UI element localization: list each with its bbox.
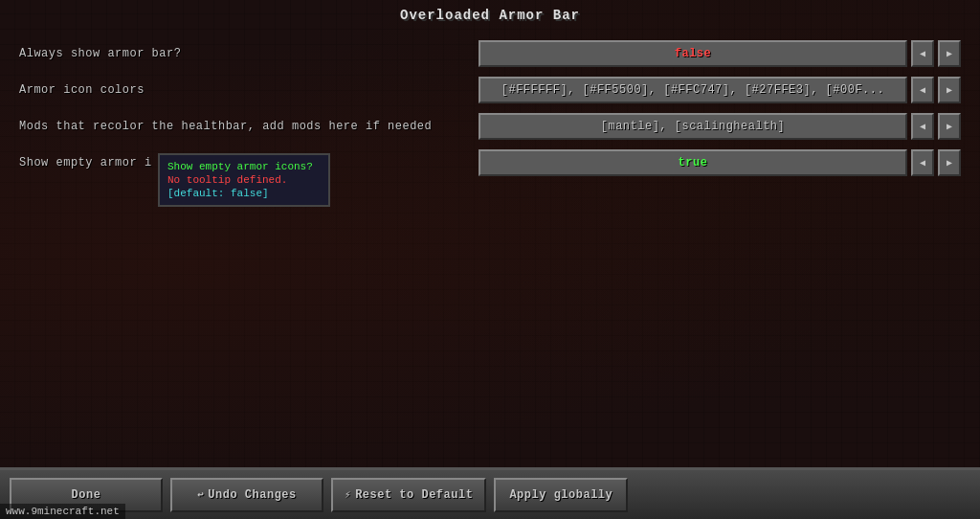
value-box-3: true	[479, 149, 907, 176]
arrow-right-3[interactable]: ▶	[938, 149, 961, 176]
tooltip-no-tooltip: No tooltip defined.	[167, 174, 321, 186]
value-wrapper-0: false ◀ ▶	[479, 40, 961, 67]
arrow-left-3[interactable]: ◀	[911, 149, 934, 176]
value-box-1: [#FFFFFF], [#FF5500], [#FFC747], [#27FFE…	[479, 77, 907, 103]
value-wrapper-2: [mantle], [scalinghealth] ◀ ▶	[479, 113, 961, 140]
value-box-2: [mantle], [scalinghealth]	[479, 113, 907, 140]
value-text-1: [#FFFFFF], [#FF5500], [#FFC747], [#27FFE…	[501, 83, 884, 97]
undo-label: Undo Changes	[208, 488, 296, 502]
value-box-0: false	[479, 40, 907, 67]
arrow-right-0[interactable]: ▶	[938, 40, 961, 67]
reset-button[interactable]: ⚡ Reset to Default	[331, 478, 486, 512]
window-title: Overloaded Armor Bar	[0, 0, 980, 29]
arrow-left-0[interactable]: ◀	[911, 40, 934, 67]
reset-icon: ⚡	[345, 488, 351, 501]
config-row-2: Mods that recolor the healthbar, add mod…	[19, 111, 961, 142]
apply-label: Apply globally	[509, 488, 612, 502]
undo-icon: ↩	[197, 488, 204, 501]
undo-button[interactable]: ↩ Undo Changes	[170, 478, 323, 512]
watermark: www.9minecraft.net	[0, 504, 125, 519]
tooltip-popup: Show empty armor icons? No tooltip defin…	[158, 153, 330, 207]
label-armor-colors: Armor icon colors	[19, 83, 479, 97]
arrow-right-2[interactable]: ▶	[938, 113, 961, 140]
value-text-0: false	[675, 47, 712, 60]
arrow-left-2[interactable]: ◀	[911, 113, 934, 140]
bottom-bar: www.9minecraft.net Done ↩ Undo Changes ⚡…	[0, 467, 980, 519]
config-row-1: Armor icon colors [#FFFFFF], [#FF5500], …	[19, 75, 961, 105]
value-text-2: [mantle], [scalinghealth]	[601, 120, 786, 133]
done-label: Done	[72, 488, 101, 502]
value-text-3: true	[679, 156, 708, 169]
main-window: Overloaded Armor Bar Always show armor b…	[0, 0, 980, 519]
tooltip-default: [default: false]	[167, 188, 321, 199]
tooltip-title: Show empty armor icons?	[167, 161, 321, 172]
content-area: Always show armor bar? false ◀ ▶ Armor i…	[0, 29, 980, 467]
arrow-right-1[interactable]: ▶	[938, 77, 961, 103]
config-row-0: Always show armor bar? false ◀ ▶	[19, 38, 961, 69]
reset-label: Reset to Default	[355, 488, 473, 502]
label-mods-recolor: Mods that recolor the healthbar, add mod…	[19, 120, 479, 133]
value-wrapper-3: true ◀ ▶	[479, 149, 961, 176]
value-wrapper-1: [#FFFFFF], [#FF5500], [#FFC747], [#27FFE…	[479, 77, 961, 103]
arrow-left-1[interactable]: ◀	[911, 77, 934, 103]
apply-globally-button[interactable]: Apply globally	[494, 478, 628, 512]
label-always-show: Always show armor bar?	[19, 47, 479, 60]
